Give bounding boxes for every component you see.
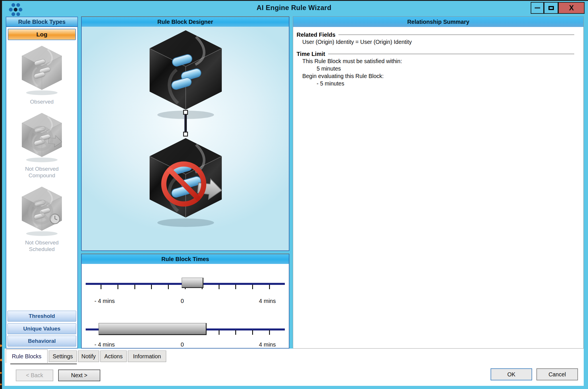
link-top-handle[interactable] xyxy=(183,110,188,115)
slider-label-min: - 4 mins xyxy=(94,298,115,304)
rule-block-designer-header: Rule Block Designer xyxy=(82,17,289,27)
time-limit-section-header: Time Limit xyxy=(297,51,577,57)
close-icon: X xyxy=(569,4,574,12)
rule-block-times-body: - 4 mins 0 4 mins - 4 mins 0 4 mins xyxy=(82,264,289,349)
not-observed-scheduled-cube-icon xyxy=(20,234,63,238)
threshold-category-button[interactable]: Threshold xyxy=(7,311,76,322)
behavioral-category-button[interactable]: Behavioral xyxy=(7,336,76,347)
type-item-not-observed-compound[interactable]: Not Observed Compound xyxy=(6,112,77,179)
section-title: Related Fields xyxy=(297,32,336,38)
window-title: AI Engine Rule Wizard xyxy=(0,4,588,12)
type-label: Observed xyxy=(6,98,77,105)
begin-evaluating-line: Begin evaluating this Rule Block: xyxy=(297,72,577,80)
tab-notify[interactable]: Notify xyxy=(78,351,99,362)
observed-cube-icon xyxy=(20,93,63,98)
cancel-button[interactable]: Cancel xyxy=(536,368,578,380)
desktop-edge-strip xyxy=(0,0,2,389)
ai-engine-rule-wizard-window: AI Engine Rule Wizard X Rule Block Types… xyxy=(0,0,588,389)
type-label: Not Observed Scheduled xyxy=(6,239,77,252)
tab-rule-blocks[interactable]: Rule Blocks xyxy=(6,349,48,363)
log-category-button[interactable]: Log xyxy=(8,29,76,40)
active-tab-underline xyxy=(10,363,77,364)
section-divider xyxy=(328,54,574,55)
minimize-button[interactable] xyxy=(531,2,544,14)
maximize-icon xyxy=(548,6,554,10)
section-divider xyxy=(338,34,574,35)
link-bottom-handle[interactable] xyxy=(183,132,188,137)
slider-label-zero: 0 xyxy=(181,298,184,304)
related-fields-line: User (Origin) Identity = User (Origin) I… xyxy=(297,38,577,46)
link-connector[interactable] xyxy=(184,114,187,133)
begin-evaluating-value: - 5 minutes xyxy=(297,80,577,87)
evaluation-window-range-bar[interactable] xyxy=(99,323,207,335)
not-observed-compound-cube-icon xyxy=(20,160,63,165)
relationship-summary-header: Relationship Summary xyxy=(293,17,583,27)
tab-information[interactable]: Information xyxy=(128,351,166,362)
slider-label-min: - 4 mins xyxy=(94,341,115,348)
not-observed-rule-block-cube[interactable] xyxy=(147,136,224,230)
observed-rule-block-cube[interactable] xyxy=(147,28,224,122)
time-limit-line: This Rule Block must be satisfied within… xyxy=(297,57,577,65)
next-button[interactable]: Next > xyxy=(58,369,100,381)
rule-block-types-panel: Rule Block Types Log Observed Not Observ… xyxy=(6,17,78,349)
time-limit-value: 5 minutes xyxy=(297,65,577,72)
relationship-summary-panel: Relationship Summary Related Fields User… xyxy=(293,16,584,349)
relationship-summary-body: Related Fields User (Origin) Identity = … xyxy=(293,27,583,87)
back-button[interactable]: < Back xyxy=(16,369,53,381)
titlebar: AI Engine Rule Wizard X xyxy=(0,1,588,16)
slider-label-max: 4 mins xyxy=(259,298,276,304)
unique-values-category-button[interactable]: Unique Values xyxy=(7,323,76,334)
rule-block-time-slider-handle[interactable] xyxy=(182,278,203,288)
rule-block-designer-panel: Rule Block Designer xyxy=(81,16,289,251)
designer-canvas[interactable] xyxy=(82,27,289,250)
tab-actions[interactable]: Actions xyxy=(100,351,127,362)
close-button[interactable]: X xyxy=(558,2,585,14)
rule-block-times-header: Rule Block Times xyxy=(82,254,289,264)
maximize-button[interactable] xyxy=(544,2,558,14)
slider-label-max: 4 mins xyxy=(259,341,276,348)
minimize-icon xyxy=(535,7,540,9)
type-item-not-observed-scheduled[interactable]: Not Observed Scheduled xyxy=(6,186,77,252)
ok-button[interactable]: OK xyxy=(491,368,532,380)
type-item-observed[interactable]: Observed xyxy=(6,45,77,105)
related-fields-section-header: Related Fields xyxy=(297,32,577,38)
tab-settings[interactable]: Settings xyxy=(49,351,77,362)
rule-block-types-header: Rule Block Types xyxy=(6,17,77,27)
slider-label-zero: 0 xyxy=(181,341,184,348)
rule-block-times-panel: Rule Block Times - 4 mins 0 4 mins - 4 m… xyxy=(81,254,289,349)
type-label: Not Observed Compound xyxy=(6,166,77,179)
section-title: Time Limit xyxy=(297,51,325,57)
